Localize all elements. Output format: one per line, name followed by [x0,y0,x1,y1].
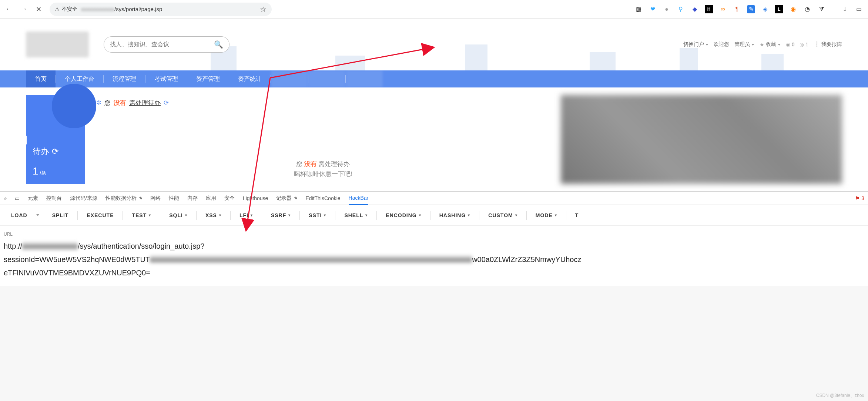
nav-blurred-2[interactable] [308,70,345,87]
search-box[interactable]: 🔍 [104,36,229,53]
extensions-icon[interactable]: ⧩ [817,5,825,13]
tab-lighthouse[interactable]: Lighthouse [243,192,268,205]
hb-ssrf[interactable]: SSRF [266,209,296,221]
nav-process[interactable]: 流程管理 [104,70,145,87]
nav-asset-mgmt[interactable]: 资产管理 [187,70,229,87]
hb-mode[interactable]: MODE [530,209,562,221]
nav-asset-stat[interactable]: 资产统计 [229,70,271,87]
tab-hackbar[interactable]: HackBar [349,192,369,205]
bookmarks-icon[interactable]: ▭ [855,5,863,13]
flask-icon: ⚗ [294,196,297,200]
loading-icon: ✲ [96,99,101,107]
stop-button[interactable]: ✕ [32,3,45,16]
refresh-icon[interactable]: ⟳ [164,99,169,107]
hb-test[interactable]: TEST [127,209,156,221]
ext-icon-9[interactable]: ✎ [747,5,755,13]
address-bar[interactable]: ⚠ 不安全 xxxxxxxxxxxx/sys/portal/page.jsp ☆ [50,3,272,16]
todo-title: 待办 [33,146,49,157]
user-role-dropdown[interactable]: 管理员 [734,41,754,48]
download-icon[interactable]: ⤓ [841,5,849,13]
empty-state: 您 没有 需处理待办 喝杯咖啡休息一下吧! [96,159,550,179]
hb-split[interactable]: SPLIT [47,209,74,221]
switch-portal-dropdown[interactable]: 切换门户 [683,41,708,48]
todo-card[interactable]: 待办 ⟳ 1 /条 [26,95,85,184]
hb-load-dropdown[interactable] [36,214,39,216]
hb-url-value[interactable]: http://xxxxxxxxxxxxxxx/sys/authenticatio… [4,240,864,280]
tab-editthiscookie[interactable]: EditThisCookie [305,192,340,205]
ext-icon-1[interactable]: ▩ [634,5,643,13]
browser-toolbar: ← → ✕ ⚠ 不安全 xxxxxxxxxxxx/sys/portal/page… [0,0,868,19]
ext-icon-13[interactable]: ◔ [803,5,811,13]
tab-performance[interactable]: 性能 [169,192,179,205]
error-badge[interactable]: ⚑ 3 [855,195,864,201]
hb-custom[interactable]: CUSTOM [483,209,522,221]
devtools-panel: ⟐ ▭ 元素 控制台 源代码/来源 性能数据分析⚗ 网络 性能 内存 应用 安全… [0,191,868,286]
hb-xss[interactable]: XSS [200,209,227,221]
ext-icon-8[interactable]: ¶ [733,5,741,13]
header-links: 切换门户 欢迎您 管理员 ★ 收藏 ◉ 0 ◎ 1 ❕ 我要报障 [683,41,842,48]
ext-icon-12[interactable]: ◉ [789,5,797,13]
logo [26,32,89,57]
search-input[interactable] [110,41,214,48]
flask-icon: ⚗ [139,196,142,200]
tab-application[interactable]: 应用 [206,192,216,205]
hb-shell[interactable]: SHELL [339,209,373,221]
error-icon: ⚑ [855,195,860,201]
url-text: xxxxxxxxxxxx/sys/portal/page.jsp [81,6,162,13]
hb-execute[interactable]: EXECUTE [81,209,119,221]
tab-memory[interactable]: 内存 [187,192,198,205]
warning-icon: ⚠ [55,6,60,12]
msg-link[interactable]: 需处理待办 [129,99,161,107]
devtools-tabs: ⟐ ▭ 元素 控制台 源代码/来源 性能数据分析⚗ 网络 性能 内存 应用 安全… [0,192,868,205]
tab-network[interactable]: 网络 [150,192,161,205]
welcome-label: 欢迎您 [714,41,729,48]
portal-page: 🔍 切换门户 欢迎您 管理员 ★ 收藏 ◉ 0 ◎ 1 ❕ [0,19,868,191]
insecure-label: 不安全 [62,6,77,13]
refresh-icon[interactable]: ⟳ [52,147,58,156]
ext-icon-10[interactable]: ◈ [761,5,769,13]
report-link[interactable]: ❕ 我要报障 [814,41,842,48]
tab-sources[interactable]: 源代码/来源 [70,192,97,205]
hb-encoding[interactable]: ENCODING [381,209,426,221]
ext-icon-2[interactable]: ❤ [649,5,657,13]
ext-icon-6[interactable]: H [705,5,713,13]
inspect-icon[interactable]: ⟐ [4,195,7,201]
hackbar-body: URL http://xxxxxxxxxxxxxxx/sys/authentic… [0,226,868,286]
msg-you: 您 [104,99,111,107]
ext-icon-3[interactable]: ● [663,5,671,13]
counter-b[interactable]: ◎ 1 [800,42,808,47]
nav-blurred-1[interactable] [271,70,308,87]
counter-a[interactable]: ◉ 0 [786,42,795,47]
insecure-warning: ⚠ 不安全 [55,6,77,13]
device-icon[interactable]: ▭ [15,195,20,201]
forward-button[interactable]: → [17,3,30,16]
hackbar-toolbar: LOAD SPLIT EXECUTE TEST SQLI XSS LFI SSR… [0,205,868,226]
back-button[interactable]: ← [2,3,16,16]
tab-security[interactable]: 安全 [224,192,235,205]
nav-home[interactable]: 首页 [26,70,56,87]
tab-recorder[interactable]: 记录器⚗ [276,192,297,205]
center-panel: ✲ 您 没有 需处理待办 ⟳ 您 没有 需处理待办 喝杯咖啡休息一下吧! [93,95,553,184]
bookmark-star-icon[interactable]: ☆ [260,5,267,14]
search-icon[interactable]: 🔍 [214,40,223,49]
hb-ssti[interactable]: SSTI [304,209,331,221]
tab-console[interactable]: 控制台 [46,192,62,205]
favorite-link[interactable]: ★ 收藏 [760,41,781,48]
alert-icon: ❕ [814,41,820,47]
todo-unit: /条 [40,170,47,176]
hb-lfi[interactable]: LFI [234,209,258,221]
tab-elements[interactable]: 元素 [28,192,38,205]
ext-icon-11[interactable]: L [775,5,783,13]
ext-icon-5[interactable]: ◆ [691,5,699,13]
hb-sqli[interactable]: SQLI [164,209,192,221]
hb-hashing[interactable]: HASHING [434,209,476,221]
ext-icon-4[interactable]: ⚲ [677,5,685,13]
tab-performance-insights[interactable]: 性能数据分析⚗ [105,192,142,205]
nav-exam[interactable]: 考试管理 [145,70,187,87]
portal-header: 🔍 切换门户 欢迎您 管理员 ★ 收藏 ◉ 0 ◎ 1 ❕ [0,19,868,70]
ext-icon-7[interactable]: ∞ [719,5,727,13]
hb-more[interactable]: T [570,209,584,221]
nav-blurred-3[interactable] [346,70,383,87]
clock-bg-icon [52,84,96,128]
hb-load[interactable]: LOAD [6,209,33,221]
